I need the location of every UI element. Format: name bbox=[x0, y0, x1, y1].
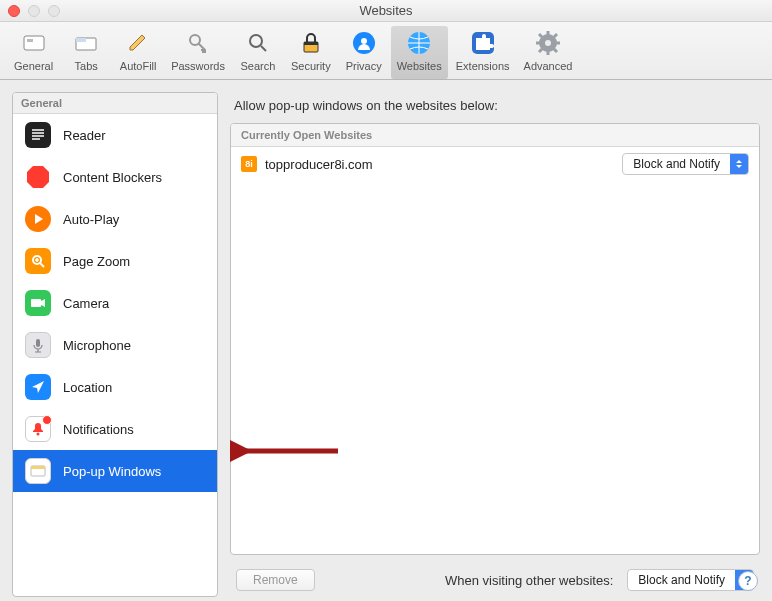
pencil-icon bbox=[123, 28, 153, 58]
toolbar-advanced[interactable]: Advanced bbox=[518, 26, 579, 79]
toolbar-tabs[interactable]: Tabs bbox=[61, 26, 111, 79]
titlebar: Websites bbox=[0, 0, 772, 22]
puzzle-icon bbox=[468, 28, 498, 58]
sidebar-item-reader[interactable]: Reader bbox=[13, 114, 217, 156]
toolbar-security[interactable]: Security bbox=[285, 26, 337, 79]
svg-rect-1 bbox=[27, 39, 33, 42]
svg-rect-7 bbox=[304, 42, 318, 45]
table-row[interactable]: 8i topproducer8i.com Block and Notify bbox=[231, 147, 759, 181]
sidebar-item-content-blockers[interactable]: Content Blockers bbox=[13, 156, 217, 198]
sidebar-item-microphone[interactable]: Microphone bbox=[13, 324, 217, 366]
key-icon bbox=[183, 28, 213, 58]
sidebar-item-label: Reader bbox=[63, 128, 106, 143]
sidebar-item-label: Content Blockers bbox=[63, 170, 162, 185]
svg-rect-19 bbox=[36, 339, 40, 347]
gear-icon bbox=[533, 28, 563, 58]
sidebar-item-label: Camera bbox=[63, 296, 109, 311]
toolbar-general[interactable]: General bbox=[8, 26, 59, 79]
bottom-bar: Remove When visiting other websites: Blo… bbox=[230, 555, 760, 597]
svg-rect-17 bbox=[31, 299, 41, 307]
privacy-icon bbox=[349, 28, 379, 58]
sidebar-item-notifications[interactable]: Notifications bbox=[13, 408, 217, 450]
site-favicon: 8i bbox=[241, 156, 257, 172]
svg-rect-23 bbox=[31, 466, 45, 469]
tabs-icon bbox=[71, 28, 101, 58]
globe-icon bbox=[404, 28, 434, 58]
main-caption: Allow pop-up windows on the websites bel… bbox=[230, 92, 760, 123]
sidebar-item-auto-play[interactable]: Auto-Play bbox=[13, 198, 217, 240]
microphone-icon bbox=[25, 332, 51, 358]
help-button[interactable]: ? bbox=[738, 571, 758, 591]
sidebar-item-popup-windows[interactable]: Pop-up Windows bbox=[13, 450, 217, 492]
toolbar-autofill[interactable]: AutoFill bbox=[113, 26, 163, 79]
svg-point-5 bbox=[250, 35, 262, 47]
content-area: General Reader Content Blockers Auto-Pla… bbox=[0, 80, 772, 601]
location-icon bbox=[25, 374, 51, 400]
sidebar: General Reader Content Blockers Auto-Pla… bbox=[12, 92, 218, 597]
sidebar-header: General bbox=[13, 93, 217, 114]
svg-marker-14 bbox=[27, 166, 49, 188]
toolbar: General Tabs AutoFill Passwords Search S… bbox=[0, 22, 772, 80]
table-header: Currently Open Websites bbox=[231, 124, 759, 147]
sidebar-item-label: Page Zoom bbox=[63, 254, 130, 269]
sidebar-item-label: Location bbox=[63, 380, 112, 395]
remove-button[interactable]: Remove bbox=[236, 569, 315, 591]
svg-point-21 bbox=[37, 433, 40, 436]
site-name: topproducer8i.com bbox=[265, 157, 614, 172]
reader-icon bbox=[25, 122, 51, 148]
zoom-icon bbox=[25, 248, 51, 274]
camera-icon bbox=[25, 290, 51, 316]
sidebar-item-location[interactable]: Location bbox=[13, 366, 217, 408]
site-action-select[interactable]: Block and Notify bbox=[622, 153, 749, 175]
sidebar-item-label: Notifications bbox=[63, 422, 134, 437]
sidebar-item-label: Pop-up Windows bbox=[63, 464, 161, 479]
search-icon bbox=[243, 28, 273, 58]
chevrons-icon bbox=[730, 154, 748, 174]
svg-marker-15 bbox=[35, 214, 43, 224]
window-title: Websites bbox=[0, 3, 772, 18]
websites-table: Currently Open Websites 8i topproducer8i… bbox=[230, 123, 760, 555]
toolbar-passwords[interactable]: Passwords bbox=[165, 26, 231, 79]
svg-marker-20 bbox=[32, 381, 44, 393]
toolbar-websites[interactable]: Websites bbox=[391, 26, 448, 79]
stop-icon bbox=[25, 164, 51, 190]
bell-icon bbox=[25, 416, 51, 442]
svg-marker-18 bbox=[41, 299, 45, 307]
notification-badge bbox=[42, 415, 52, 425]
svg-point-13 bbox=[545, 40, 551, 46]
toolbar-privacy[interactable]: Privacy bbox=[339, 26, 389, 79]
svg-point-9 bbox=[361, 38, 367, 44]
popup-icon bbox=[25, 458, 51, 484]
toolbar-search[interactable]: Search bbox=[233, 26, 283, 79]
sidebar-item-label: Auto-Play bbox=[63, 212, 119, 227]
svg-rect-3 bbox=[76, 38, 86, 42]
sidebar-item-page-zoom[interactable]: Page Zoom bbox=[13, 240, 217, 282]
svg-rect-0 bbox=[24, 36, 44, 50]
toolbar-extensions[interactable]: Extensions bbox=[450, 26, 516, 79]
main-panel: Allow pop-up windows on the websites bel… bbox=[230, 92, 760, 597]
sidebar-item-camera[interactable]: Camera bbox=[13, 282, 217, 324]
default-action-select[interactable]: Block and Notify bbox=[627, 569, 754, 591]
lock-icon bbox=[296, 28, 326, 58]
switch-icon bbox=[19, 28, 49, 58]
play-icon bbox=[25, 206, 51, 232]
default-label: When visiting other websites: bbox=[445, 573, 613, 588]
sidebar-item-label: Microphone bbox=[63, 338, 131, 353]
